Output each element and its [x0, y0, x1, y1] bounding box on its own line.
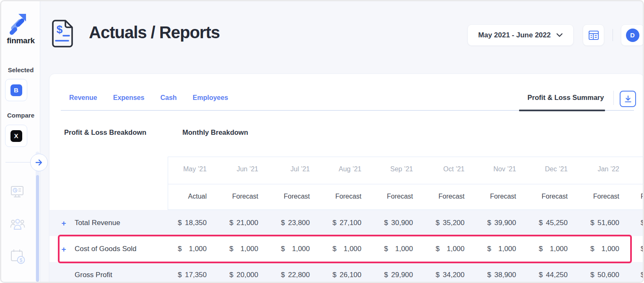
currency-symbol: $ [178, 245, 182, 253]
value-type-label: Forecast [219, 193, 271, 200]
value-inner: $50,600 [590, 271, 619, 279]
value-cell: $23,800 [271, 219, 322, 227]
value-number: 1,000 [447, 245, 465, 253]
user-menu-button[interactable]: D [621, 24, 644, 46]
value-inner: $20,000 [229, 271, 258, 279]
value-cell: $39,900 [477, 219, 529, 227]
value-cell: $21,000 [219, 219, 271, 227]
expand-row-button[interactable]: + [61, 219, 67, 227]
value-cell: $1,000 [426, 245, 477, 253]
table-row[interactable]: +Total Revenue$18,350$21,000$23,800$27,1… [49, 210, 644, 236]
tab-profit-loss-summary[interactable]: Profit & Loss Summary [527, 94, 604, 102]
currency-symbol: $ [641, 271, 644, 279]
value-inner: $26,100 [332, 271, 361, 279]
tab-revenue[interactable]: Revenue [69, 94, 97, 102]
currency-symbol: $ [332, 271, 336, 279]
currency-symbol: $ [332, 219, 336, 227]
value-cell: $22,800 [271, 271, 322, 279]
value-cell: $1,000 [374, 245, 426, 253]
value-cell: $29,900 [374, 271, 426, 279]
value-type-label: Forecast [477, 193, 529, 200]
grid-line [168, 157, 644, 157]
value-cell: $1,000 [477, 245, 529, 253]
value-cell: $1,000 [271, 245, 322, 253]
currency-symbol: $ [178, 219, 182, 227]
compare-scenario-button[interactable]: X [5, 125, 27, 147]
value-number: 39,900 [494, 219, 516, 227]
currency-symbol: $ [281, 219, 285, 227]
value-inner: $29,900 [384, 271, 413, 279]
row-label-cell: +Gross Profit [49, 271, 168, 279]
value-cell: $27,100 [322, 219, 374, 227]
value-inner: $51,600 [590, 219, 619, 227]
currency-symbol: $ [487, 271, 491, 279]
currency-symbol: $ [281, 271, 285, 279]
value-number: 30,900 [391, 219, 413, 227]
currency-symbol: $ [281, 245, 285, 253]
currency-symbol: $ [641, 219, 644, 227]
month-label: Jun ’21 [219, 165, 271, 173]
table-row[interactable]: +Gross Profit$17,350$20,000$22,800$26,10… [49, 262, 644, 283]
value-number: 23,800 [288, 219, 310, 227]
date-range-dropdown[interactable]: May 2021 - June 2022 [467, 24, 574, 46]
table-view-button[interactable] [583, 24, 604, 46]
value-inner: $1,000 [590, 245, 619, 253]
value-cell: $44,250 [529, 271, 580, 279]
currency-symbol: $ [229, 271, 233, 279]
value-cell: $34,200 [426, 271, 477, 279]
value-type-label: Actual [168, 193, 219, 200]
reports-document-icon: $ [49, 19, 75, 50]
value-number: 1,000 [395, 245, 413, 253]
grid-line [168, 184, 644, 184]
tab-employees[interactable]: Employees [193, 94, 228, 102]
value-inner: $27,100 [332, 219, 361, 227]
value-number: 26,100 [340, 271, 361, 279]
row-label: Total Revenue [75, 219, 120, 227]
month-label: Aug ’21 [322, 165, 374, 173]
row-dimension-header: Profit & Loss Breakdown [64, 128, 146, 136]
tab-cash[interactable]: Cash [160, 94, 177, 102]
tab-expenses[interactable]: Expenses [113, 94, 145, 102]
spacer-cell [49, 165, 168, 173]
currency-symbol: $ [384, 219, 388, 227]
team-icon[interactable] [10, 216, 26, 235]
dashboard-monitor-icon[interactable] [10, 184, 25, 201]
value-number: 1,000 [292, 245, 310, 253]
value-number: 21,000 [236, 219, 258, 227]
value-number: 22,800 [288, 271, 310, 279]
currency-symbol: $ [384, 271, 388, 279]
currency-symbol: $ [641, 245, 644, 253]
value-type-label: Forecast [271, 193, 322, 200]
row-label: Gross Profit [75, 271, 112, 279]
month-label: Nov ’21 [477, 165, 529, 173]
finmark-logo-icon [7, 11, 30, 37]
sidebar-scrollbar-handle[interactable] [36, 175, 39, 282]
avatar: D [626, 29, 639, 42]
sidebar: finmark Selected B Compare X [1, 1, 40, 282]
currency-symbol: $ [590, 271, 594, 279]
currency-symbol: $ [384, 245, 388, 253]
table-row[interactable]: +Cost of Goods Sold$1,000$1,000$1,000$1,… [49, 236, 644, 262]
value-type-label: Forecast [580, 193, 632, 200]
value-number: 17,350 [185, 271, 207, 279]
value-number: 1,000 [240, 245, 258, 253]
value-cell-partial: $ [632, 271, 644, 279]
value-cell: $1,000 [219, 245, 271, 253]
download-button[interactable] [620, 91, 636, 107]
value-cell: $38,900 [477, 271, 529, 279]
value-cell: $30,900 [374, 219, 426, 227]
value-inner: $1,000 [384, 245, 413, 253]
selected-scenario-button[interactable]: B [5, 79, 27, 101]
billing-calendar-icon[interactable]: $ [10, 248, 26, 267]
value-inner: $44,250 [539, 271, 568, 279]
type-header-row: ActualForecastForecastForecastForecastFo… [49, 193, 644, 200]
value-number: 1,000 [550, 245, 568, 253]
chevron-down-icon [556, 33, 563, 37]
month-label: May ’21 [168, 165, 219, 173]
value-inner: $38,900 [487, 271, 516, 279]
value-inner: $1,000 [229, 245, 258, 253]
expand-row-button[interactable]: + [61, 245, 67, 253]
value-number: 44,250 [546, 271, 568, 279]
sidebar-expand-button[interactable] [30, 154, 48, 171]
value-number: 1,000 [189, 245, 207, 253]
